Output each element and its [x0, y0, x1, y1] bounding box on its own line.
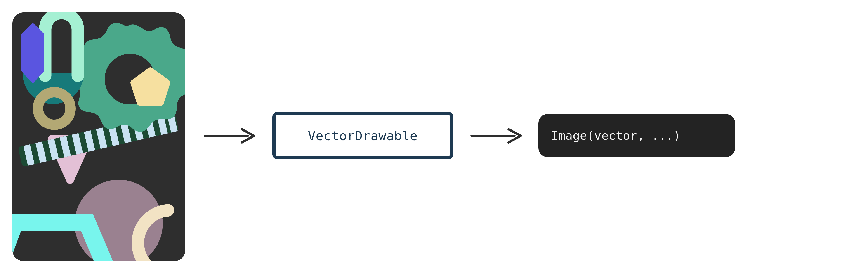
diagram-root: VectorDrawable Image(vector, ...)	[0, 0, 868, 273]
vector-drawable-box: VectorDrawable	[272, 112, 453, 159]
arrow-right-icon	[204, 126, 256, 145]
image-code-label: Image(vector, ...)	[551, 129, 681, 142]
blue-hex-shape	[22, 23, 44, 84]
image-code-box: Image(vector, ...)	[538, 114, 735, 157]
vector-art-card	[12, 12, 185, 261]
green-cog-shape	[71, 23, 185, 132]
arrow-right-icon	[470, 126, 523, 145]
vector-drawable-label: VectorDrawable	[308, 128, 418, 143]
yellow-pentagon-shape	[133, 70, 167, 102]
cyan-path-shape	[12, 222, 106, 261]
khaki-ring-shape	[38, 92, 70, 125]
mint-u-shape	[45, 13, 78, 76]
